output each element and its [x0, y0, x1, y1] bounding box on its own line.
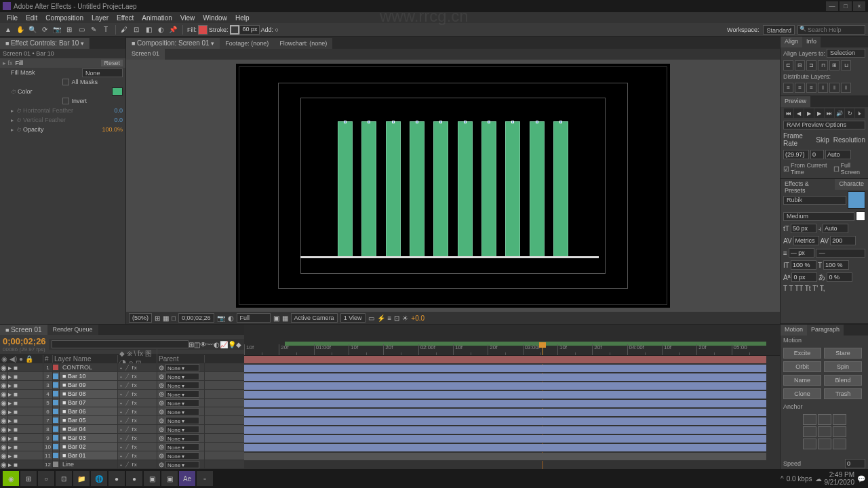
align-bottom-icon[interactable]: ⊔	[841, 60, 851, 70]
visibility-toggle[interactable]: ◉	[0, 416, 8, 424]
layer-duration-bar[interactable]	[244, 444, 766, 452]
menu-animation[interactable]: Animation	[138, 14, 176, 22]
font-size-input[interactable]	[791, 224, 816, 233]
fill-mask-dropdown[interactable]: None	[82, 68, 123, 77]
stopwatch-icon[interactable]: ⏱	[11, 89, 18, 95]
av-switches[interactable]: ▸ ■	[8, 434, 43, 442]
text-fill-color[interactable]	[848, 191, 865, 209]
resolution-dropdown[interactable]: Full	[237, 313, 271, 323]
layer-color-label[interactable]	[53, 434, 60, 442]
layer-color-label[interactable]	[53, 407, 60, 415]
av-switches[interactable]: ▸ ■	[8, 363, 43, 371]
layer-name[interactable]: ■ Bar 06	[60, 407, 118, 415]
parent-dropdown[interactable]: None ▾	[165, 434, 199, 442]
motion-clone-button[interactable]: Clone	[783, 388, 821, 399]
v-feather-value[interactable]: 0.0	[114, 117, 123, 123]
layer-switches[interactable]: ⬩ ╱ fx	[118, 460, 157, 468]
layer-row[interactable]: ◉ ▸ ■1CONTROL⬩ ╱ fx⊚None ▾	[0, 363, 244, 372]
preview-res-input[interactable]	[825, 150, 851, 159]
layer-name[interactable]: ■ Bar 05	[60, 416, 118, 424]
anchor-br[interactable]	[833, 439, 846, 449]
align-right-icon[interactable]: ⊐	[806, 60, 816, 70]
anchor-ml[interactable]	[803, 426, 816, 437]
stroke-type-dropdown[interactable]: —	[816, 249, 865, 258]
roi-icon[interactable]: ▣	[273, 314, 279, 322]
onedrive-icon[interactable]: ☁	[815, 475, 822, 483]
next-frame-icon[interactable]: ▶	[814, 108, 824, 118]
zoom-dropdown[interactable]: (50%)	[129, 313, 152, 323]
visibility-toggle[interactable]: ◉	[0, 363, 8, 371]
maximize-button[interactable]: □	[840, 1, 852, 11]
visibility-toggle[interactable]: ◉	[0, 372, 8, 380]
character-tab[interactable]: Characte	[835, 179, 868, 190]
layer-duration-bar[interactable]	[244, 365, 766, 373]
layer-row[interactable]: ◉ ▸ ■7■ Bar 05⬩ ╱ fx⊚None ▾	[0, 416, 244, 425]
layer-name[interactable]: ■ Bar 10	[60, 372, 118, 380]
layer-color-label[interactable]	[53, 451, 60, 460]
search-help-input[interactable]	[797, 25, 865, 35]
framerate-input[interactable]	[783, 150, 809, 159]
paragraph-tab[interactable]: Paragraph	[807, 325, 844, 336]
layer-color-label[interactable]	[53, 390, 60, 398]
eraser-tool-icon[interactable]: ◧	[143, 24, 154, 35]
layer-duration-bar[interactable]	[244, 391, 766, 399]
selection-tool-icon[interactable]: ▲	[3, 24, 14, 35]
layer-row[interactable]: ◉ ▸ ■4■ Bar 08⬩ ╱ fx⊚None ▾	[0, 390, 244, 399]
ram-options-dropdown[interactable]: RAM Preview Options	[783, 121, 865, 129]
menu-view[interactable]: View	[176, 14, 199, 22]
layer-color-label[interactable]	[53, 399, 60, 407]
info-tab[interactable]: Info	[802, 37, 821, 47]
view-dropdown[interactable]: 1 View	[340, 313, 366, 323]
layer-duration-bar[interactable]	[244, 400, 766, 408]
anchor-mc[interactable]	[818, 426, 831, 437]
layer-duration-bar[interactable]	[244, 409, 766, 417]
motion-name-button[interactable]: Name	[783, 375, 821, 386]
bar-shape[interactable]	[505, 121, 520, 257]
first-frame-icon[interactable]: ⏮	[784, 108, 793, 118]
app-icon[interactable]: ●	[108, 471, 125, 486]
preview-tab[interactable]: Preview	[781, 96, 810, 107]
menu-edit[interactable]: Edit	[22, 14, 41, 22]
bar-shape[interactable]	[338, 121, 353, 257]
layer-name[interactable]: CONTROL	[60, 363, 118, 371]
effects-presets-tab[interactable]: Effects & Presets	[781, 179, 835, 190]
close-button[interactable]: ×	[853, 1, 865, 11]
leading-input[interactable]	[823, 224, 848, 233]
motion-excite-button[interactable]: Excite	[783, 348, 821, 359]
fill-swatch[interactable]	[198, 25, 208, 35]
bar-shape[interactable]	[386, 121, 401, 257]
add-label[interactable]: Add: ○	[261, 26, 279, 33]
timeline-icon[interactable]: ≡	[388, 314, 392, 322]
frame-blend-icon[interactable]: 〰	[207, 341, 214, 348]
layer-row[interactable]: ◉ ▸ ■3■ Bar 09⬩ ╱ fx⊚None ▾	[0, 381, 244, 390]
align-to-dropdown[interactable]: Selection	[827, 49, 865, 58]
align-tab[interactable]: Align	[781, 37, 802, 47]
layer-duration-bar[interactable]	[244, 418, 766, 426]
draft-3d-icon[interactable]: ◫	[194, 341, 200, 348]
stroke-swatch[interactable]	[230, 25, 239, 35]
brainstorm-icon[interactable]: 💡	[228, 341, 236, 348]
layer-duration-bar[interactable]	[244, 356, 766, 364]
layer-row[interactable]: ◉ ▸ ■9■ Bar 03⬩ ╱ fx⊚None ▾	[0, 434, 244, 443]
layer-color-label[interactable]	[53, 381, 60, 389]
layer-name[interactable]: ■ Bar 04	[60, 425, 118, 433]
timeline-graph[interactable]: 10f20f01:00f10f20f02:00f10f20f03:00f10f2…	[244, 325, 780, 473]
parent-dropdown[interactable]: None ▾	[165, 399, 199, 407]
layer-switches[interactable]: ⬩ ╱ fx	[118, 372, 157, 380]
workspace-dropdown[interactable]: Standard	[763, 25, 795, 35]
h-feather-value[interactable]: 0.0	[114, 107, 123, 114]
app-icon[interactable]: ▫	[197, 471, 213, 486]
skip-input[interactable]	[810, 150, 824, 159]
play-icon[interactable]: ▶	[804, 108, 814, 118]
opacity-value[interactable]: 100.0%	[102, 126, 123, 133]
av-switches[interactable]: ▸ ■	[8, 372, 43, 380]
app-icon[interactable]: ▣	[161, 471, 178, 486]
layer-duration-bar[interactable]	[244, 426, 766, 434]
bar-shape[interactable]	[553, 121, 568, 257]
timeline-tab[interactable]: ■ Screen 01	[0, 325, 47, 335]
align-hcenter-icon[interactable]: ⊟	[795, 60, 805, 70]
dist-bottom-icon[interactable]: ≡	[806, 83, 816, 93]
layer-name[interactable]: ■ Bar 01	[60, 451, 118, 460]
baseline-input[interactable]	[791, 272, 817, 282]
align-top-icon[interactable]: ⊓	[818, 60, 828, 70]
